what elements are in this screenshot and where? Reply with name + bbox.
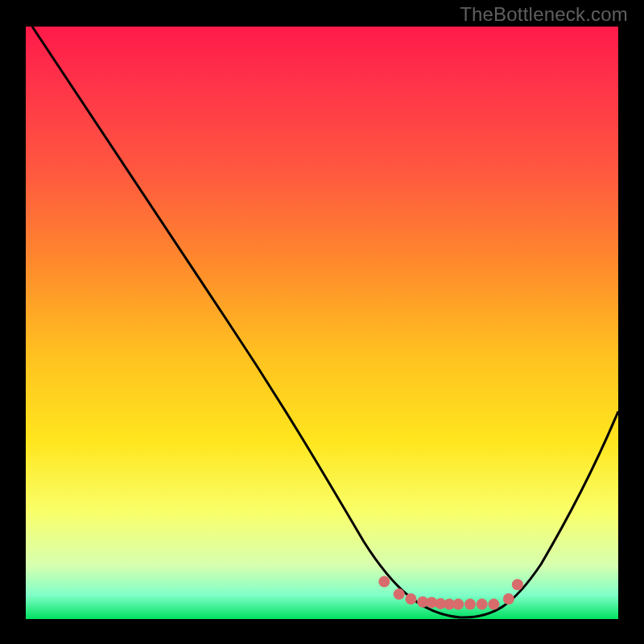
highlight-dot [488,599,499,610]
highlight-dot [452,599,464,610]
bottleneck-curve-line [32,27,618,617]
highlight-dot [378,576,390,588]
highlight-dot [512,579,523,590]
curve-layer [26,27,618,619]
highlight-dot [464,599,476,610]
highlight-dot [405,593,416,605]
highlight-dot [477,599,488,610]
chart-frame: TheBottleneck.com [0,0,644,644]
watermark: TheBottleneck.com [460,3,628,26]
highlight-dots [378,576,523,610]
highlight-dot [503,593,514,605]
highlight-dot [394,588,405,600]
